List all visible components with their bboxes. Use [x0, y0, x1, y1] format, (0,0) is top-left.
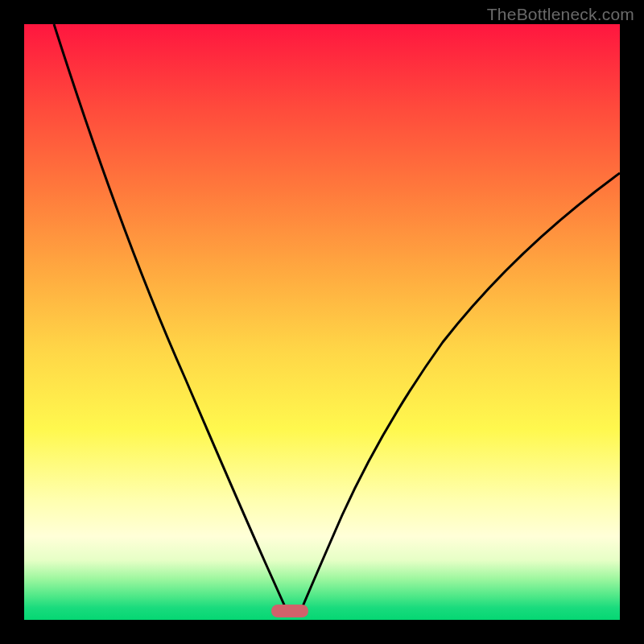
chart-frame: TheBottleneck.com [0, 0, 644, 644]
right-branch-curve [301, 173, 620, 610]
watermark-text: TheBottleneck.com [487, 5, 634, 24]
curve-layer [24, 24, 620, 620]
left-branch-curve [54, 24, 287, 610]
plot-area [24, 24, 620, 620]
minimum-marker [271, 605, 308, 617]
